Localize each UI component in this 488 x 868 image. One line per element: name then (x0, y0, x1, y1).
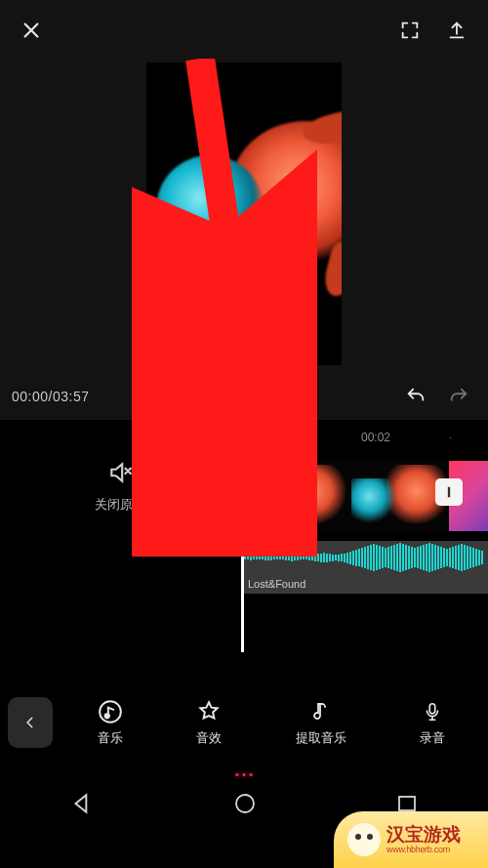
svg-point-3 (104, 714, 108, 718)
time-ruler: 00:00 · 00:02 · (0, 428, 488, 447)
play-button[interactable] (226, 379, 262, 414)
close-button[interactable] (14, 13, 49, 48)
sound-effect-tool[interactable]: 音效 (196, 699, 222, 747)
export-button[interactable] (439, 13, 474, 48)
svg-point-2 (100, 701, 121, 723)
svg-rect-4 (430, 703, 436, 713)
watermark-url: www.hbherb.com (386, 846, 461, 855)
playhead[interactable] (241, 447, 244, 652)
watermark-mascot-icon (347, 823, 381, 856)
fullscreen-button[interactable] (392, 13, 427, 48)
current-time: 00:00 (12, 389, 49, 404)
duration: 03:57 (53, 389, 90, 404)
undo-button[interactable] (398, 379, 433, 414)
watermark: 汉宝游戏 www.hbherb.com (334, 811, 488, 868)
audio-track[interactable]: Lost&Found (242, 541, 488, 594)
back-button[interactable] (8, 697, 53, 748)
watermark-title: 汉宝游戏 (386, 825, 461, 846)
svg-point-5 (236, 795, 254, 812)
music-tool[interactable]: 音乐 (98, 699, 123, 747)
preview-area[interactable] (0, 61, 488, 373)
record-tool[interactable]: 录音 (420, 699, 445, 747)
music-tool-label: 音乐 (98, 729, 123, 747)
preview-frame (146, 62, 342, 365)
ruler-mark: 00:00 (226, 431, 256, 444)
audio-waveform (242, 541, 488, 574)
extract-music-tool-label: 提取音乐 (296, 729, 346, 747)
svg-rect-0 (448, 487, 450, 498)
timeline[interactable]: 00:00 · 00:02 · 关闭原声 Lost&Found (0, 420, 488, 693)
preview-graphic-cyan (156, 155, 264, 263)
mute-original-button[interactable] (102, 455, 138, 490)
nav-back-button[interactable] (69, 791, 95, 816)
nav-home-button[interactable] (233, 792, 257, 815)
ruler-mark: 00:02 (361, 431, 390, 444)
indicator-dots (236, 773, 253, 776)
clip-thumbnail[interactable] (346, 461, 449, 531)
audio-clip-name: Lost&Found (248, 577, 305, 591)
sound-effect-tool-label: 音效 (196, 729, 222, 747)
svg-rect-6 (399, 797, 415, 810)
clip-thumbnail[interactable] (242, 461, 346, 531)
redo-button[interactable] (441, 379, 476, 414)
record-tool-label: 录音 (420, 729, 445, 747)
transition-button[interactable] (435, 478, 463, 506)
mute-original-label: 关闭原声 (95, 496, 145, 514)
timecode: 00:00/03:57 (12, 389, 89, 404)
extract-music-tool[interactable]: 提取音乐 (296, 699, 346, 747)
